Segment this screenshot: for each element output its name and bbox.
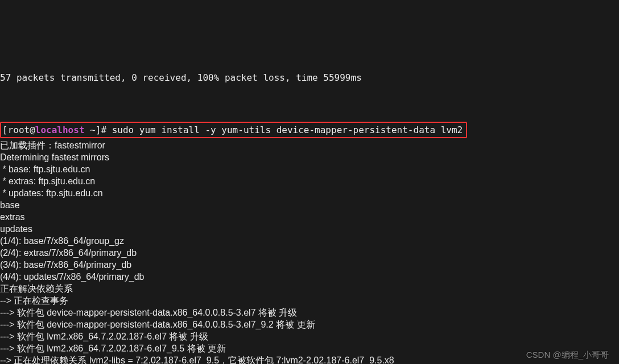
prompt-at: @ [30, 125, 35, 135]
output-lines: 已加载插件：fastestmirrorDetermining fastest m… [0, 139, 619, 364]
output-line: * extras: ftp.sjtu.edu.cn [0, 175, 619, 187]
csdn-watermark: CSDN @编程_小哥哥 [526, 349, 609, 361]
prompt-host: localhost [35, 125, 85, 135]
prompt-suffix: ~]# [85, 125, 112, 135]
output-line: --> 正在检查事务 [0, 295, 619, 307]
output-line: * base: ftp.sjtu.edu.cn [0, 163, 619, 175]
output-line: (2/4): extras/7/x86_64/primary_db [0, 247, 619, 259]
output-line: * updates: ftp.sjtu.edu.cn [0, 187, 619, 199]
command-text: sudo yum install -y yum-utils device-map… [112, 125, 463, 135]
output-line: updates [0, 223, 619, 235]
output-line: (4/4): updates/7/x86_64/primary_db [0, 271, 619, 283]
prompt-bracket: [ [2, 125, 8, 135]
output-line: (3/4): base/7/x86_64/primary_db [0, 259, 619, 271]
output-line: (1/4): base/7/x86_64/group_gz [0, 235, 619, 247]
ping-summary: 57 packets transmitted, 0 received, 100%… [0, 72, 619, 84]
output-line: 正在解决依赖关系 [0, 283, 619, 295]
output-line: ---> 软件包 lvm2.x86_64.7.2.02.187-6.el7 将被… [0, 330, 619, 342]
output-line: base [0, 199, 619, 211]
terminal-output[interactable]: 57 packets transmitted, 0 received, 100%… [0, 60, 619, 364]
output-line: ---> 软件包 device-mapper-persistent-data.x… [0, 318, 619, 330]
prompt-user: root [8, 125, 30, 135]
output-line: 已加载插件：fastestmirror [0, 139, 619, 151]
output-line: Determining fastest mirrors [0, 151, 619, 163]
output-line: extras [0, 211, 619, 223]
output-line: ---> 软件包 device-mapper-persistent-data.x… [0, 307, 619, 318]
highlighted-command: [root@localhost ~]# sudo yum install -y … [0, 122, 467, 138]
